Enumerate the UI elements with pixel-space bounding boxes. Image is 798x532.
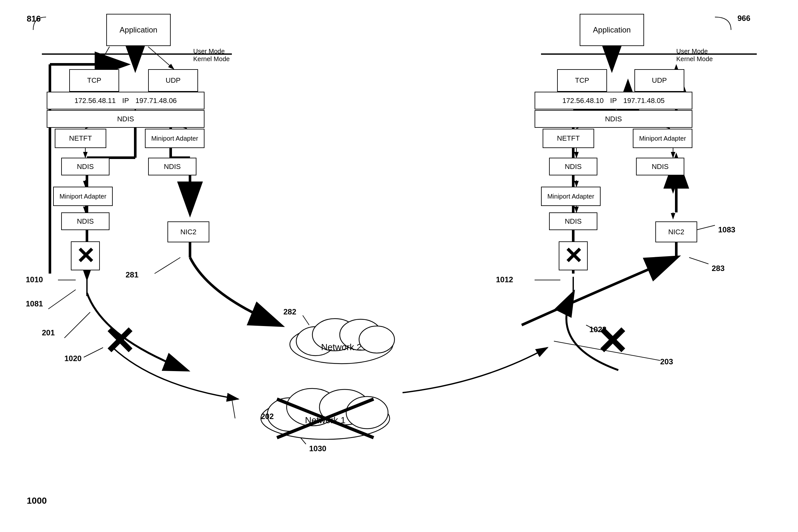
right-nic1-x: ✕ [564, 245, 583, 267]
right-ip-box: 172.56.48.10 IP 197.71.48.05 [535, 92, 692, 110]
svg-line-37 [689, 258, 708, 264]
svg-point-68 [359, 326, 394, 353]
label-1083: 1083 [718, 225, 735, 234]
left-application-box: Application [106, 14, 171, 46]
label-202: 202 [261, 412, 274, 421]
left-nic1-x: ✕ [76, 245, 95, 267]
right-application-box: Application [580, 14, 644, 46]
label-203: 203 [660, 357, 673, 366]
left-user-mode-label: User Mode [193, 48, 225, 55]
right-network-x: ✕ [596, 324, 628, 359]
label-1081: 1081 [26, 299, 43, 308]
label-1000: 1000 [27, 496, 47, 506]
left-ndis2-box: NDIS [61, 158, 110, 175]
label-283: 283 [712, 264, 725, 273]
label-201: 201 [42, 328, 55, 337]
left-ndis4-box: NDIS [61, 212, 110, 230]
right-ip-label: IP [610, 97, 617, 105]
left-ndis3-box: NDIS [148, 158, 197, 175]
right-tcp-box: TCP [557, 69, 607, 92]
right-ndis4-box: NDIS [549, 212, 597, 230]
left-kernel-mode-label: Kernel Mode [193, 55, 229, 63]
right-miniport2-box: Miniport Adapter [541, 187, 600, 206]
diagram: 816 Application User Mode Kernel Mode TC… [0, 0, 798, 532]
right-ndis2-box: NDIS [549, 158, 597, 175]
label-1010: 1010 [26, 275, 43, 284]
left-ip-label: IP [123, 97, 129, 105]
label-1030: 1030 [309, 444, 326, 453]
network1-cloud: Network 1 [251, 373, 399, 444]
svg-line-47 [148, 47, 174, 69]
label-282: 282 [283, 307, 296, 316]
left-ndis1-box: NDIS [47, 110, 204, 128]
svg-text:Network 2: Network 2 [321, 342, 361, 352]
svg-line-46 [97, 47, 110, 69]
label-1020: 1020 [64, 354, 81, 363]
left-tcp-box: TCP [69, 69, 119, 92]
right-netft-box: NETFT [543, 129, 594, 148]
left-ip-right: 197.71.48.06 [135, 97, 177, 105]
label-281: 281 [126, 270, 138, 279]
right-udp-box: UDP [634, 69, 684, 92]
left-miniport2-box: Miniport Adapter [53, 187, 113, 206]
right-user-mode-label: User Mode [676, 48, 708, 55]
right-kernel-mode-label: Kernel Mode [676, 55, 713, 63]
left-network-x: ✕ [103, 324, 135, 359]
left-nic2-box: NIC2 [167, 222, 209, 242]
left-udp-box: UDP [148, 69, 198, 92]
network2-cloud: Network 2 [283, 303, 399, 367]
left-miniport1-box: Miniport Adapter [145, 129, 204, 148]
left-netft-box: NETFT [55, 129, 106, 148]
right-ip-right: 197.71.48.05 [623, 97, 664, 105]
left-ip-left: 172.56.48.11 [74, 97, 116, 105]
bracket-966 [708, 14, 741, 33]
svg-line-31 [48, 290, 76, 309]
bracket-816 [27, 14, 53, 33]
svg-line-33 [154, 258, 180, 273]
right-ndis1-box: NDIS [535, 110, 692, 128]
right-nic2-box: NIC2 [655, 222, 697, 242]
right-ip-left: 172.56.48.10 [562, 97, 604, 105]
svg-line-34 [84, 347, 103, 357]
svg-line-41 [232, 399, 235, 418]
svg-line-32 [64, 312, 90, 338]
label-1012: 1012 [496, 275, 513, 284]
right-miniport1-box: Miniport Adapter [633, 129, 692, 148]
right-ndis3-box: NDIS [636, 158, 684, 175]
left-ip-box: 172.56.48.11 IP 197.71.48.06 [47, 92, 204, 110]
